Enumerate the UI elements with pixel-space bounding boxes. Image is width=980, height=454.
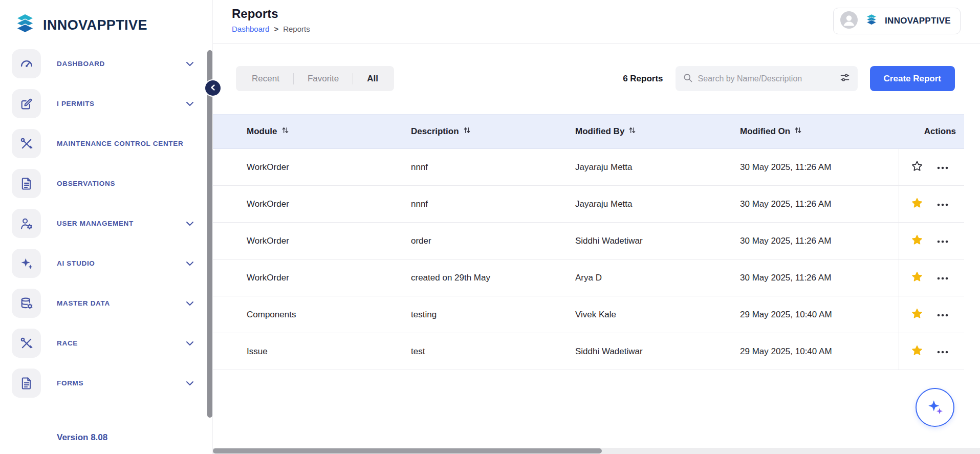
search-input[interactable] <box>698 74 834 83</box>
tab-favorite[interactable]: Favorite <box>294 66 353 91</box>
cell-modified-on: 29 May 2025, 10:40 AM <box>740 296 899 333</box>
sidebar-item-master-data[interactable]: MASTER DATA <box>0 289 212 318</box>
cell-module: Issue <box>213 333 411 370</box>
sidebar-item-user-management[interactable]: USER MANAGEMENT <box>0 209 212 238</box>
sidebar-item-dashboard[interactable]: DASHBOARD <box>0 49 212 78</box>
column-header-description[interactable]: Description <box>411 115 575 149</box>
sort-arrows-icon[interactable] <box>463 126 471 137</box>
cell-actions <box>899 186 964 223</box>
sidebar-item-forms[interactable]: FORMS <box>0 369 212 398</box>
dashboard-gauge-icon <box>12 49 41 78</box>
tab-all[interactable]: All <box>353 66 392 91</box>
cell-modified-on: 30 May 2025, 11:26 AM <box>740 260 899 296</box>
document-icon <box>12 369 41 398</box>
column-header-modified-on[interactable]: Modified On <box>740 115 899 149</box>
brand-wordmark: INNOVAPPTIVE <box>885 16 951 26</box>
more-dots-icon <box>937 274 948 282</box>
sidebar-collapse-button[interactable] <box>204 79 222 97</box>
more-dots-icon <box>937 311 948 318</box>
sidebar-item-maintenance-control-center[interactable]: MAINTENANCE CONTROL CENTER <box>0 129 212 158</box>
cell-module: WorkOrder <box>213 223 411 260</box>
horizontal-scrollbar[interactable] <box>213 448 980 454</box>
cell-actions <box>899 149 964 186</box>
more-actions-button[interactable] <box>937 237 948 245</box>
cell-description: testing <box>411 296 575 333</box>
reports-table-body: WorkOrder nnnf Jayaraju Metta 30 May 202… <box>213 149 964 370</box>
permit-note-icon <box>12 89 41 118</box>
crossed-tools-icon <box>12 129 41 158</box>
sidebar-item-race[interactable]: RACE <box>0 329 212 358</box>
more-actions-button[interactable] <box>937 348 948 355</box>
breadcrumb-dashboard-link[interactable]: Dashboard <box>232 25 269 33</box>
more-actions-button[interactable] <box>937 274 948 282</box>
table-row[interactable]: Components testing Vivek Kale 29 May 202… <box>213 296 964 333</box>
sort-arrows-icon[interactable] <box>794 126 802 137</box>
create-report-button[interactable]: Create Report <box>870 66 955 91</box>
main-content: Reports Dashboard > Reports <box>213 0 980 454</box>
sidebar-item-ai-studio[interactable]: AI STUDIO <box>0 249 212 278</box>
profile-brand-card[interactable]: INNOVAPPTIVE <box>833 8 961 34</box>
user-avatar-icon[interactable] <box>840 11 858 31</box>
cell-actions <box>899 333 964 370</box>
more-dots-icon <box>937 348 948 355</box>
brand-wordmark: INNOVAPPTIVE <box>43 17 147 33</box>
tab-recent[interactable]: Recent <box>238 66 293 91</box>
horizontal-scrollbar-thumb[interactable] <box>213 448 602 453</box>
column-header-module[interactable]: Module <box>213 115 411 149</box>
breadcrumb: Dashboard > Reports <box>232 25 310 33</box>
title-block: Reports Dashboard > Reports <box>232 7 310 33</box>
app-window: INNOVAPPTIVE DASHBOARD <box>0 0 980 454</box>
table-header-row: Module Description Modified By Modified … <box>213 115 964 149</box>
more-actions-button[interactable] <box>937 200 948 208</box>
star-filled-icon <box>910 344 924 359</box>
search-icon <box>683 73 693 85</box>
table-row[interactable]: WorkOrder nnnf Jayaraju Metta 30 May 202… <box>213 149 964 186</box>
chevron-down-icon <box>186 259 194 268</box>
filter-sliders-icon[interactable] <box>839 72 851 85</box>
sidebar-item-observations[interactable]: OBSERVATIONS <box>0 169 212 198</box>
favorite-star-button[interactable] <box>910 307 924 322</box>
sidebar-item-label: I PERMITS <box>57 100 95 107</box>
favorite-star-button[interactable] <box>910 270 924 285</box>
cell-module: Components <box>213 296 411 333</box>
sidebar-logo: INNOVAPPTIVE <box>0 0 212 45</box>
innovapptive-logo-icon <box>13 12 37 38</box>
sidebar-nav: DASHBOARD I PERMITS <box>0 45 212 398</box>
more-actions-button[interactable] <box>937 163 948 171</box>
chevron-down-icon <box>186 339 194 348</box>
cell-actions <box>899 296 964 333</box>
star-filled-icon <box>910 233 924 248</box>
toolbar-right: 6 Reports Create Report <box>623 66 955 91</box>
star-filled-icon <box>910 270 924 285</box>
favorite-star-button[interactable] <box>910 233 924 248</box>
page-title: Reports <box>232 7 310 21</box>
sort-arrows-icon[interactable] <box>628 126 636 137</box>
table-row[interactable]: WorkOrder nnnf Jayaraju Metta 30 May 202… <box>213 186 964 223</box>
sidebar-item-label: MAINTENANCE CONTROL CENTER <box>57 140 183 147</box>
cell-modified-on: 29 May 2025, 10:40 AM <box>740 333 899 370</box>
sidebar-scrollbar[interactable] <box>207 50 212 418</box>
favorite-star-button[interactable] <box>910 344 924 359</box>
cell-modified-on: 30 May 2025, 11:26 AM <box>740 149 899 186</box>
favorite-star-button[interactable] <box>910 197 924 211</box>
cell-modified-by: Jayaraju Metta <box>575 149 740 186</box>
sidebar-item-label: DASHBOARD <box>57 60 105 68</box>
sort-arrows-icon[interactable] <box>281 126 289 137</box>
chevron-down-icon <box>186 299 194 308</box>
ai-assistant-fab[interactable] <box>916 388 954 427</box>
cell-modified-on: 30 May 2025, 11:26 AM <box>740 186 899 223</box>
column-label: Actions <box>924 126 956 136</box>
table-row[interactable]: WorkOrder created on 29th May Arya D 30 … <box>213 260 964 296</box>
favorite-star-button[interactable] <box>910 160 924 175</box>
star-outline-icon <box>910 160 924 175</box>
sidebar-item-i-permits[interactable]: I PERMITS <box>0 89 212 118</box>
table-row[interactable]: WorkOrder order Siddhi Wadetiwar 30 May … <box>213 223 964 260</box>
cell-description: created on 29th May <box>411 260 575 296</box>
cell-modified-by: Jayaraju Metta <box>575 186 740 223</box>
page-header: Reports Dashboard > Reports <box>213 0 980 44</box>
table-row[interactable]: Issue test Siddhi Wadetiwar 29 May 2025,… <box>213 333 964 370</box>
column-header-modified-by[interactable]: Modified By <box>575 115 740 149</box>
cell-description: nnnf <box>411 149 575 186</box>
database-gear-icon <box>12 289 41 318</box>
more-actions-button[interactable] <box>937 311 948 318</box>
